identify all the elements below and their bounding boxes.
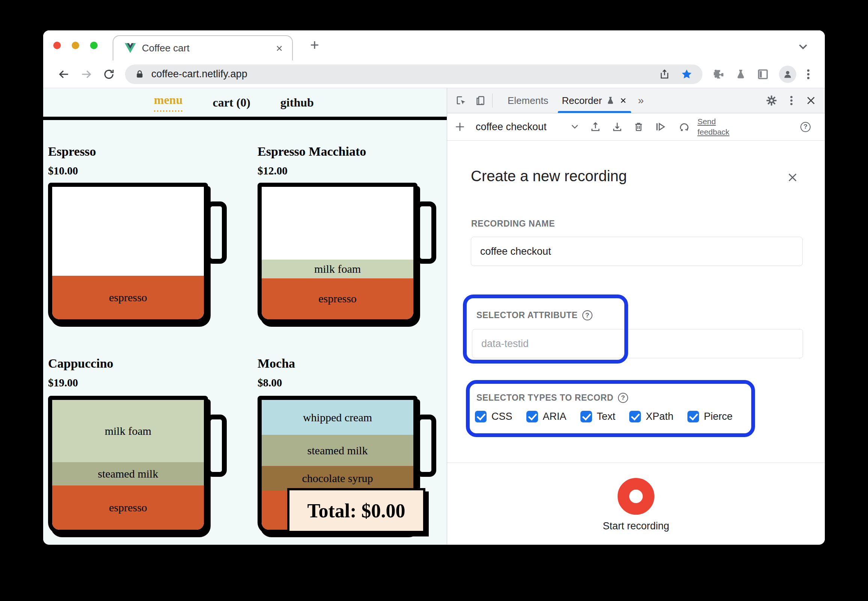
forward-icon[interactable] bbox=[80, 68, 93, 81]
chevron-down-icon bbox=[570, 124, 580, 130]
add-recording-icon[interactable] bbox=[454, 121, 466, 133]
selector-attribute-help-icon[interactable] bbox=[582, 310, 593, 320]
selector-types-highlight bbox=[466, 380, 755, 437]
checkbox-label: ARIA bbox=[543, 411, 567, 423]
footer-divider bbox=[447, 462, 825, 463]
mac-close-button[interactable] bbox=[53, 42, 61, 49]
browser-window: Coffee cart coffee-cart.netlify.app bbox=[43, 31, 825, 545]
inspect-element-icon[interactable] bbox=[455, 95, 467, 106]
espresso-cup[interactable]: espresso bbox=[48, 183, 208, 323]
recording-name-input[interactable] bbox=[471, 237, 803, 266]
tab-recorder[interactable]: Recorder bbox=[557, 88, 632, 113]
layer-label: steamed milk bbox=[307, 444, 368, 457]
device-toolbar-icon[interactable] bbox=[475, 95, 486, 106]
profile-avatar-icon[interactable] bbox=[779, 66, 796, 83]
item-price: $10.00 bbox=[48, 165, 233, 177]
nav-link-cart[interactable]: cart (0) bbox=[212, 96, 250, 110]
tab-close-icon[interactable] bbox=[275, 44, 284, 53]
item-price: $19.00 bbox=[48, 377, 233, 389]
delete-recording-icon[interactable] bbox=[633, 121, 644, 133]
more-tabs-icon[interactable]: » bbox=[638, 95, 644, 107]
start-recording-label: Start recording bbox=[447, 520, 825, 532]
menu-item-mocha: Mocha $8.00 whipped cream steamed milk c… bbox=[258, 356, 442, 389]
browser-tab[interactable]: Coffee cart bbox=[113, 35, 293, 60]
devtools-close-icon[interactable] bbox=[805, 95, 816, 106]
extensions-puzzle-icon[interactable] bbox=[712, 68, 725, 81]
coffee-cart-page: menu cart (0) github Espresso $10.00 esp… bbox=[43, 88, 447, 545]
selector-types-help-icon[interactable] bbox=[618, 393, 628, 403]
layer-label: chocolate syrup bbox=[302, 472, 373, 485]
tab-title: Coffee cart bbox=[142, 43, 269, 54]
import-recording-icon[interactable] bbox=[590, 121, 601, 133]
layer-label: steamed milk bbox=[98, 467, 159, 480]
cappuccino-cup[interactable]: milk foam steamed milk espresso bbox=[48, 396, 208, 534]
checkbox-label: XPath bbox=[646, 411, 674, 423]
bookmark-star-icon[interactable] bbox=[681, 68, 693, 80]
espresso-macchiato-cup[interactable]: milk foam espresso bbox=[258, 183, 417, 323]
nav-link-menu[interactable]: menu bbox=[154, 93, 182, 112]
step-play-icon[interactable] bbox=[654, 121, 668, 133]
help-icon[interactable] bbox=[801, 122, 811, 132]
lock-icon bbox=[135, 69, 145, 79]
close-icon[interactable] bbox=[619, 96, 627, 105]
devtools-tabbar: Elements Recorder » bbox=[447, 88, 825, 113]
menu-item-cappuccino: Cappuccino $19.00 milk foam steamed milk… bbox=[48, 356, 233, 389]
item-price: $12.00 bbox=[258, 165, 442, 177]
recording-select[interactable]: coffee checkout bbox=[476, 121, 580, 133]
cup-handle bbox=[206, 415, 227, 477]
cup-handle bbox=[206, 201, 227, 264]
layer-label: milk foam bbox=[314, 262, 361, 275]
item-name: Cappuccino bbox=[48, 356, 233, 371]
checkbox-label: Pierce bbox=[704, 411, 733, 423]
back-icon[interactable] bbox=[57, 68, 70, 81]
settings-gear-icon[interactable] bbox=[766, 95, 778, 107]
devtools-panel: Elements Recorder » bbox=[447, 88, 825, 545]
recording-select-value: coffee checkout bbox=[476, 121, 547, 133]
start-recording-button[interactable] bbox=[617, 478, 654, 515]
dialog-close-icon[interactable] bbox=[787, 171, 799, 183]
checkbox-css[interactable]: CSS bbox=[475, 411, 512, 423]
devtools-menu-icon[interactable] bbox=[790, 95, 793, 107]
layer-label: espresso bbox=[109, 501, 147, 514]
address-bar[interactable]: coffee-cart.netlify.app bbox=[125, 64, 703, 84]
checkbox-pierce[interactable]: Pierce bbox=[688, 411, 733, 423]
tab-search-chevron-icon[interactable] bbox=[797, 43, 809, 51]
send-feedback-link[interactable]: Send feedback bbox=[698, 116, 743, 138]
item-name: Espresso bbox=[48, 145, 233, 159]
share-icon[interactable] bbox=[659, 68, 670, 80]
tab-strip: Coffee cart bbox=[43, 31, 825, 60]
checkbox-checked-icon bbox=[629, 411, 641, 423]
reload-icon[interactable] bbox=[102, 68, 115, 81]
cup-handle bbox=[415, 415, 436, 477]
new-tab-button[interactable] bbox=[308, 39, 321, 51]
checkbox-text[interactable]: Text bbox=[581, 411, 616, 423]
menu-item-espresso: Espresso $10.00 espresso bbox=[48, 145, 233, 177]
layer-label: whipped cream bbox=[303, 411, 372, 424]
nav-link-github[interactable]: github bbox=[280, 96, 314, 110]
flask-icon[interactable] bbox=[735, 68, 747, 81]
flask-icon bbox=[605, 95, 615, 106]
item-price: $8.00 bbox=[258, 377, 442, 389]
measure-performance-icon[interactable] bbox=[677, 121, 691, 133]
tab-elements[interactable]: Elements bbox=[498, 88, 557, 113]
mac-minimize-button[interactable] bbox=[72, 42, 79, 49]
cart-total: Total: $0.00 bbox=[287, 488, 425, 533]
dialog-title: Create a new recording bbox=[471, 168, 627, 185]
side-panel-icon[interactable] bbox=[756, 68, 769, 81]
checkbox-checked-icon bbox=[475, 411, 487, 423]
recorder-toolbar: coffee checkout bbox=[447, 113, 825, 141]
checkbox-checked-icon bbox=[688, 411, 699, 423]
selector-types-label: SELECTOR TYPES TO RECORD bbox=[477, 393, 613, 403]
layer-label: milk foam bbox=[105, 425, 151, 438]
selector-attribute-input[interactable] bbox=[472, 329, 803, 358]
browser-menu-icon[interactable] bbox=[806, 68, 811, 81]
menu-item-espresso-macchiato: Espresso Macchiato $12.00 milk foam espr… bbox=[258, 145, 442, 177]
checkbox-aria[interactable]: ARIA bbox=[526, 411, 567, 423]
browser-toolbar: coffee-cart.netlify.app bbox=[43, 60, 825, 88]
export-recording-icon[interactable] bbox=[611, 121, 623, 133]
layer-label: espresso bbox=[109, 291, 147, 304]
mac-maximize-button[interactable] bbox=[90, 42, 98, 49]
active-tab-underline bbox=[558, 111, 631, 113]
recording-name-label: RECORDING NAME bbox=[471, 219, 555, 229]
checkbox-xpath[interactable]: XPath bbox=[629, 411, 674, 423]
